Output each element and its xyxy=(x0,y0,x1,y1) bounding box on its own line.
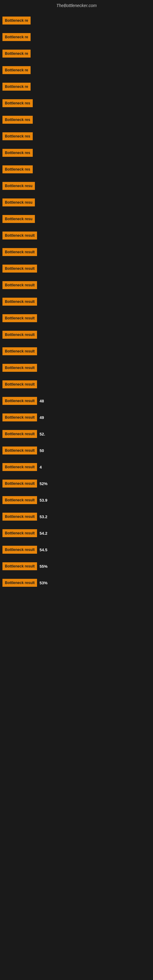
table-row: Bottleneck result xyxy=(0,277,153,293)
bottleneck-value: 55% xyxy=(40,564,48,569)
bottleneck-label: Bottleneck result xyxy=(2,463,37,471)
table-row: Bottleneck res xyxy=(0,112,153,128)
table-row: Bottleneck re xyxy=(0,46,153,62)
bottleneck-value: 53% xyxy=(40,581,48,585)
bottleneck-label: Bottleneck result xyxy=(2,562,37,570)
table-row: Bottleneck result52% xyxy=(0,476,153,492)
bottleneck-label: Bottleneck result xyxy=(2,298,37,305)
bottleneck-value: 53.9 xyxy=(40,498,47,503)
bottleneck-value: 49 xyxy=(40,415,44,420)
table-row: Bottleneck res xyxy=(0,95,153,111)
bottleneck-label: Bottleneck re xyxy=(2,16,30,24)
bottleneck-label: Bottleneck resu xyxy=(2,215,35,223)
bottleneck-label: Bottleneck result xyxy=(2,232,37,240)
bottleneck-label: Bottleneck res xyxy=(2,99,33,107)
table-row: Bottleneck result50 xyxy=(0,442,153,458)
bottleneck-label: Bottleneck result xyxy=(2,513,37,520)
bottleneck-value: 48 xyxy=(40,399,44,403)
bottleneck-label: Bottleneck result xyxy=(2,314,37,322)
bottleneck-value: 54.5 xyxy=(40,547,47,552)
table-row: Bottleneck result4 xyxy=(0,459,153,475)
table-row: Bottleneck res xyxy=(0,145,153,161)
bottleneck-label: Bottleneck res xyxy=(2,116,33,124)
bottleneck-label: Bottleneck result xyxy=(2,397,37,405)
bottleneck-value: 54.2 xyxy=(40,531,47,536)
table-row: Bottleneck result54.5 xyxy=(0,542,153,558)
table-row: Bottleneck result xyxy=(0,376,153,392)
bottleneck-label: Bottleneck result xyxy=(2,248,37,256)
bottleneck-label: Bottleneck re xyxy=(2,83,30,91)
table-row: Bottleneck result53% xyxy=(0,575,153,591)
bottleneck-value: 52. xyxy=(40,432,45,436)
table-row: Bottleneck resu xyxy=(0,211,153,227)
bottleneck-value: 50 xyxy=(40,449,44,453)
bottleneck-label: Bottleneck result xyxy=(2,347,37,355)
bottleneck-label: Bottleneck resu xyxy=(2,182,35,190)
table-row: Bottleneck result xyxy=(0,294,153,310)
table-row: Bottleneck result xyxy=(0,343,153,359)
table-row: Bottleneck result55% xyxy=(0,558,153,574)
table-row: Bottleneck res xyxy=(0,128,153,144)
bottleneck-label: Bottleneck result xyxy=(2,447,37,455)
bottleneck-value: 52% xyxy=(40,481,48,486)
table-row: Bottleneck re xyxy=(0,13,153,29)
bottleneck-label: Bottleneck result xyxy=(2,579,37,587)
table-row: Bottleneck re xyxy=(0,79,153,95)
table-row: Bottleneck result53.2 xyxy=(0,509,153,525)
table-row: Bottleneck result49 xyxy=(0,409,153,425)
bottleneck-value: 4 xyxy=(40,465,41,469)
bottleneck-label: Bottleneck res xyxy=(2,149,33,157)
bottleneck-label: Bottleneck re xyxy=(2,49,30,57)
table-row: Bottleneck result xyxy=(0,310,153,326)
table-row: Bottleneck result53.9 xyxy=(0,492,153,508)
table-row: Bottleneck result54.2 xyxy=(0,525,153,541)
bottleneck-label: Bottleneck result xyxy=(2,430,37,438)
bottleneck-label: Bottleneck result xyxy=(2,364,37,372)
bottleneck-label: Bottleneck resu xyxy=(2,199,35,207)
table-row: Bottleneck result52. xyxy=(0,426,153,442)
bottleneck-label: Bottleneck result xyxy=(2,265,37,272)
table-row: Bottleneck result xyxy=(0,261,153,277)
table-row: Bottleneck resu xyxy=(0,194,153,210)
table-row: Bottleneck re xyxy=(0,62,153,78)
bottleneck-label: Bottleneck result xyxy=(2,496,37,504)
table-row: Bottleneck result xyxy=(0,244,153,260)
bottleneck-label: Bottleneck result xyxy=(2,414,37,422)
header: TheBottlenecker.com xyxy=(0,0,153,13)
bottleneck-label: Bottleneck result xyxy=(2,281,37,289)
bottleneck-label: Bottleneck result xyxy=(2,380,37,388)
site-title: TheBottlenecker.com xyxy=(0,0,153,13)
bottleneck-label: Bottleneck re xyxy=(2,33,30,41)
table-row: Bottleneck result xyxy=(0,327,153,343)
bottleneck-label: Bottleneck result xyxy=(2,331,37,339)
table-row: Bottleneck result xyxy=(0,228,153,243)
rows-container: Bottleneck reBottleneck reBottleneck reB… xyxy=(0,13,153,591)
bottleneck-value: 53.2 xyxy=(40,514,47,519)
table-row: Bottleneck res xyxy=(0,161,153,177)
table-row: Bottleneck re xyxy=(0,29,153,45)
bottleneck-label: Bottleneck result xyxy=(2,480,37,488)
bottleneck-label: Bottleneck result xyxy=(2,529,37,537)
table-row: Bottleneck result xyxy=(0,360,153,376)
bottleneck-label: Bottleneck res xyxy=(2,132,33,140)
bottleneck-label: Bottleneck res xyxy=(2,165,33,173)
bottleneck-label: Bottleneck re xyxy=(2,66,30,74)
table-row: Bottleneck result48 xyxy=(0,393,153,409)
bottleneck-label: Bottleneck result xyxy=(2,546,37,554)
table-row: Bottleneck resu xyxy=(0,178,153,194)
